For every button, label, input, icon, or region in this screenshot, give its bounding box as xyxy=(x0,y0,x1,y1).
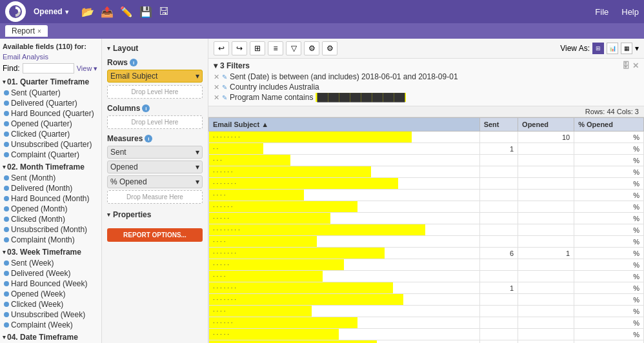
drop-rows-zone[interactable]: Drop Level Here xyxy=(107,85,203,99)
tab-close-icon[interactable]: × xyxy=(37,28,41,35)
data-table-wrap[interactable]: Email Subject ▲ Sent Opened % Opened · ·… xyxy=(208,117,644,343)
grid-view-button[interactable]: ⊞ xyxy=(250,41,265,55)
layout-arrow: ▾ xyxy=(107,45,110,52)
field-hard-bounced-month[interactable]: Hard Bounced (Month) xyxy=(3,193,99,204)
pct-cell: % xyxy=(574,236,644,248)
upload-icon[interactable]: 📤 xyxy=(101,6,114,18)
row-field-pill[interactable]: Email Subject ▾ xyxy=(107,70,203,83)
undo-button[interactable]: ↩ xyxy=(214,41,229,55)
measure-opened[interactable]: Opened ▾ xyxy=(107,161,203,173)
field-delivered-week[interactable]: Delivered (Week) xyxy=(3,268,99,279)
field-delivered-month[interactable]: Delivered (Month) xyxy=(3,183,99,193)
filter-close-icon[interactable]: ✕ xyxy=(632,61,639,70)
save-icon[interactable]: 💾 xyxy=(139,6,152,18)
field-clicked-month[interactable]: Clicked (Month) xyxy=(3,214,99,224)
field-complaint-week[interactable]: Complaint (Week) xyxy=(3,320,99,330)
field-clicked-quarter[interactable]: Clicked (Quarter) xyxy=(3,129,99,139)
col-opened[interactable]: Opened xyxy=(518,118,574,132)
field-sent-quarter[interactable]: Sent (Quarter) xyxy=(3,88,99,98)
toolbar-right: View As: ⊞ 📊 ▦ ▾ xyxy=(560,43,639,54)
field-unsubscribed-month[interactable]: Unsubscribed (Month) xyxy=(3,224,99,235)
filter-text-2: Country includes Australia xyxy=(230,83,319,92)
view-dropdown-arrow[interactable]: ▾ xyxy=(635,44,639,53)
folder-open-icon[interactable]: 📂 xyxy=(81,6,94,18)
col-sent[interactable]: Sent xyxy=(479,118,518,132)
settings-button[interactable]: ⚙ xyxy=(304,41,319,55)
pivot-view-icon[interactable]: ▦ xyxy=(621,43,632,54)
filter-remove-2[interactable]: ✕ xyxy=(214,83,219,92)
opened-cell xyxy=(518,329,574,340)
opened-cell xyxy=(518,317,574,329)
pct-cell: % xyxy=(574,340,644,344)
sent-cell xyxy=(479,340,518,344)
list-view-button[interactable]: ≡ xyxy=(268,41,283,55)
opened-cell xyxy=(518,155,574,166)
bar-text: · · · · xyxy=(213,308,374,315)
chart-view-icon[interactable]: 📊 xyxy=(607,43,618,54)
properties-arrow: ▾ xyxy=(107,211,110,218)
subject-cell: · · · · · xyxy=(209,329,480,340)
filter-edit-2[interactable]: ✎ xyxy=(222,84,227,91)
redo-button[interactable]: ↪ xyxy=(232,41,247,55)
view-as-label: View As: xyxy=(560,44,590,53)
table-row: · · · · · · % xyxy=(209,340,644,344)
field-opened-month[interactable]: Opened (Month) xyxy=(3,204,99,214)
field-unsubscribed-quarter[interactable]: Unsubscribed (Quarter) xyxy=(3,139,99,150)
pct-cell: % xyxy=(574,248,644,259)
filter-add-icon[interactable]: 🗄 xyxy=(622,61,630,70)
sent-cell xyxy=(479,190,518,201)
field-clicked-week[interactable]: Clicked (Week) xyxy=(3,299,99,309)
view-button[interactable]: View ▾ xyxy=(77,64,98,73)
file-menu[interactable]: File xyxy=(595,7,609,17)
find-input[interactable] xyxy=(23,63,74,74)
field-sent-week[interactable]: Sent (Week) xyxy=(3,258,99,268)
field-complaint-month[interactable]: Complaint (Month) xyxy=(3,235,99,245)
sent-cell xyxy=(479,329,518,340)
field-delivered-quarter[interactable]: Delivered (Quarter) xyxy=(3,98,99,108)
report-tab[interactable]: Report × xyxy=(5,25,48,37)
app-dropdown-arrow[interactable]: ▾ xyxy=(65,8,68,15)
subject-cell: · · · · · xyxy=(209,213,480,224)
field-hard-bounced-week[interactable]: Hard Bounced (Week) xyxy=(3,279,99,289)
filter-remove-3[interactable]: ✕ xyxy=(214,93,219,102)
bar-text: · · · · · · xyxy=(213,168,374,175)
filter-edit-1[interactable]: ✎ xyxy=(222,74,227,81)
filters-row: ▾ 3 Filters 🗄 ✕ ✕ ✎ Sent (Date) is betwe… xyxy=(208,59,644,106)
drop-measures-zone[interactable]: Drop Measure Here xyxy=(107,190,203,204)
measure-sent[interactable]: Sent ▾ xyxy=(107,146,203,159)
filter-edit-3[interactable]: ✎ xyxy=(222,94,227,101)
pct-cell: % xyxy=(574,294,644,306)
filter-remove-1[interactable]: ✕ xyxy=(214,73,219,81)
table-row: · · · ·% xyxy=(209,190,644,201)
bar-text: · · · · · xyxy=(213,215,374,222)
section-date: ▾ 04. Date Timeframe xyxy=(3,333,99,342)
field-unsubscribed-week[interactable]: Unsubscribed (Week) xyxy=(3,309,99,320)
pct-cell: % xyxy=(574,282,644,294)
edit-icon[interactable]: ✏️ xyxy=(120,6,133,18)
filter-button[interactable]: ▽ xyxy=(286,41,301,55)
report-options-button[interactable]: REPORT OPTIONS... xyxy=(107,228,203,242)
properties-title: ▾ Properties xyxy=(107,210,203,219)
drop-cols-zone[interactable]: Drop Level Here xyxy=(107,115,203,129)
measure-pct-opened[interactable]: % Opened ▾ xyxy=(107,175,203,188)
field-opened-week[interactable]: Opened (Week) xyxy=(3,289,99,299)
col-pct-opened[interactable]: % Opened xyxy=(574,118,644,132)
field-sent-month[interactable]: Sent (Month) xyxy=(3,173,99,183)
help-menu[interactable]: Help xyxy=(621,7,639,17)
section-quarter: ▾ 01. Quarter Timeframe xyxy=(3,77,99,86)
bar-text: · · · · · · · xyxy=(213,296,374,303)
col-email-subject[interactable]: Email Subject ▲ xyxy=(209,118,480,132)
rows-cols-bar: Rows: 44 Cols: 3 xyxy=(208,106,644,117)
sidebar: Available fields (110) for: Email Analys… xyxy=(0,39,102,343)
opened-cell xyxy=(518,282,574,294)
field-opened-quarter[interactable]: Opened (Quarter) xyxy=(3,119,99,129)
app-title[interactable]: Opened ▾ xyxy=(34,7,68,16)
field-hard-bounced-quarter[interactable]: Hard Bounced (Quarter) xyxy=(3,108,99,119)
save-as-icon[interactable]: 🖫 xyxy=(159,6,169,17)
top-toolbar: 📂 📤 ✏️ 💾 🖫 xyxy=(81,6,169,18)
bar-text: · · · · · xyxy=(213,331,374,338)
field-complaint-quarter[interactable]: Complaint (Quarter) xyxy=(3,150,99,160)
gear2-button[interactable]: ⚙ xyxy=(322,41,337,55)
section-arrow-month: ▾ xyxy=(3,164,6,170)
table-view-icon[interactable]: ⊞ xyxy=(592,43,604,54)
